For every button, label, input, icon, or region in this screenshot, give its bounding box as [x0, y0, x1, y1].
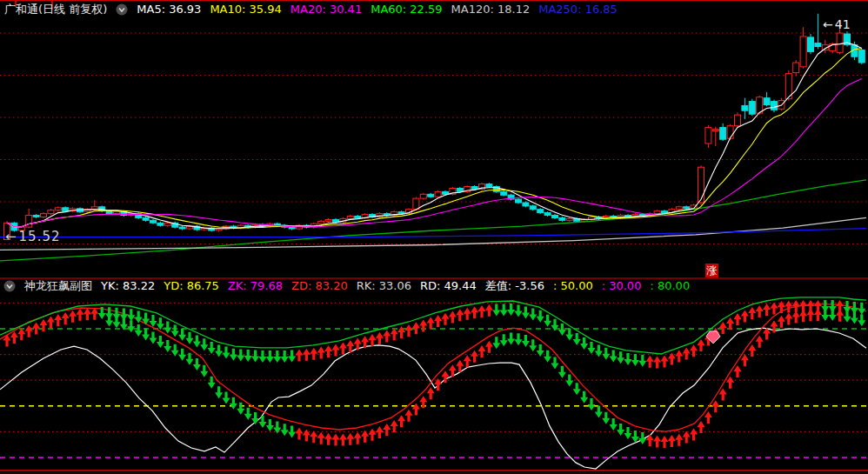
ma-value-label: MA60: 22.59	[371, 3, 442, 16]
up-arrow	[734, 313, 742, 325]
up-arrow	[17, 328, 25, 340]
candle	[530, 206, 536, 210]
down-arrow	[244, 408, 252, 420]
ma-value-label: MA10: 35.94	[210, 3, 281, 16]
ma-value-label: MA120: 18.12	[451, 3, 531, 16]
candle	[413, 198, 419, 210]
down-arrow	[492, 304, 500, 317]
up-arrow	[25, 325, 33, 337]
up-arrow	[383, 330, 391, 342]
candle	[720, 128, 726, 140]
up-arrow	[719, 322, 727, 334]
candle	[63, 208, 69, 211]
candle	[114, 212, 120, 214]
up-arrow	[726, 377, 734, 389]
up-arrow	[668, 435, 676, 447]
candle	[742, 105, 748, 110]
stock-app-window: 广和通(日线 前复权) MA5: 36.93MA10: 35.94MA20: 3…	[0, 0, 868, 474]
up-arrow	[369, 334, 377, 346]
up-arrow	[317, 346, 325, 358]
down-arrow	[624, 427, 632, 439]
candle	[457, 189, 463, 192]
candle	[712, 130, 718, 131]
up-arrow	[383, 424, 391, 436]
candle	[26, 216, 32, 228]
up-arrow	[756, 305, 764, 317]
up-arrow	[324, 345, 332, 357]
down-arrow	[537, 344, 544, 357]
down-arrow	[515, 333, 523, 345]
up-arrow	[69, 310, 77, 323]
down-arrow	[610, 418, 618, 431]
up-arrow	[792, 300, 800, 312]
down-arrow	[266, 350, 274, 363]
candle	[325, 219, 331, 221]
up-arrow	[471, 306, 478, 318]
down-arrow	[638, 355, 646, 367]
candle	[150, 220, 157, 223]
up-arrow	[485, 341, 493, 353]
up-arrow	[427, 387, 435, 399]
up-arrow	[419, 319, 427, 331]
up-arrow	[741, 310, 749, 323]
candle	[157, 223, 164, 225]
up-arrow	[748, 344, 756, 357]
up-arrow	[449, 311, 457, 324]
down-arrow	[208, 342, 216, 354]
down-arrow	[544, 350, 551, 363]
up-arrow	[836, 310, 844, 322]
candle	[815, 43, 821, 47]
candle	[33, 216, 39, 217]
candle	[727, 126, 733, 139]
candle	[355, 217, 361, 218]
ma-value-label: MA20: 30.41	[290, 3, 362, 16]
down-arrow	[595, 345, 603, 357]
up-arrow	[90, 308, 98, 320]
up-arrow	[785, 301, 792, 313]
indicator-value-label: ZK: 79.68	[228, 279, 283, 292]
down-arrow	[829, 309, 837, 321]
down-arrow	[142, 328, 150, 340]
candle	[771, 102, 778, 110]
ma-line-MA20	[7, 79, 862, 227]
chart-canvas[interactable]	[0, 0, 868, 474]
rise-badge: 涨	[705, 264, 718, 277]
candle	[544, 213, 551, 216]
down-arrow	[215, 386, 223, 398]
down-arrow	[193, 335, 201, 347]
candle	[764, 98, 770, 105]
down-arrow	[638, 432, 646, 444]
collapse-chevron-icon[interactable]	[116, 3, 128, 16]
up-arrow	[661, 356, 669, 368]
down-arrow	[281, 350, 289, 363]
oscillator-white-line	[0, 328, 866, 469]
up-arrow	[339, 434, 347, 446]
indicator-panel[interactable]	[0, 297, 868, 469]
candle	[837, 33, 843, 52]
up-arrow	[690, 428, 698, 440]
up-arrow	[391, 328, 398, 340]
down-arrow	[142, 313, 150, 325]
down-arrow	[851, 312, 858, 324]
collapse-chevron-icon[interactable]	[3, 280, 16, 292]
up-arrow	[369, 429, 377, 441]
down-arrow	[595, 405, 603, 417]
up-arrow	[653, 435, 661, 447]
down-arrow	[288, 426, 296, 438]
down-arrow	[244, 350, 252, 362]
down-arrow	[515, 305, 523, 317]
up-arrow	[704, 411, 712, 424]
up-arrow	[317, 432, 325, 444]
up-arrow	[675, 350, 683, 363]
ma-line-MA250	[0, 229, 866, 237]
indicator-value-label: : 50.00	[553, 279, 593, 292]
indicator-value-label: RK: 33.06	[357, 279, 411, 292]
candle	[428, 194, 434, 197]
ma-line-MA120	[0, 217, 866, 250]
down-arrow	[602, 412, 610, 424]
price-marker-label: ←15.52	[5, 229, 61, 244]
up-arrow	[296, 350, 304, 362]
candle	[333, 219, 339, 222]
ma-value-label: MA250: 16.85	[538, 3, 618, 16]
main-chart-panel[interactable]	[0, 14, 868, 261]
